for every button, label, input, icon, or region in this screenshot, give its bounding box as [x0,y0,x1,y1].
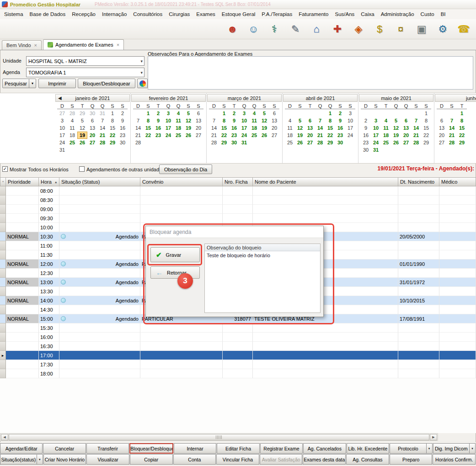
calendar-day[interactable]: 15 [143,124,153,132]
footer-agendar-editar-button[interactable]: Agendar/Editar [0,443,43,454]
calendar-day[interactable]: 26 [391,139,401,146]
calendar-day[interactable]: 9 [153,117,163,124]
unidade-combobox[interactable]: HOSPITAL SQL - MATRIZ ▾ [26,56,144,66]
tab-close-icon[interactable]: × [34,42,37,48]
calendar-day[interactable]: 28 [209,139,219,146]
calendar-day[interactable]: 15 [421,124,431,132]
calendar-day[interactable]: 10 [57,124,67,132]
calendar-day[interactable]: 18 [173,124,183,132]
retornar-button[interactable]: ← Retornar [150,266,200,279]
show-all-checkbox[interactable]: ✓ [2,166,8,172]
calendar-day[interactable]: 25 [67,139,77,146]
calendar-day[interactable]: 26 [77,139,87,146]
calendar-day[interactable]: 17 [57,132,67,139]
relatorio-mapa-icon[interactable]: ◈ [351,22,366,37]
calendar-day[interactable]: 25 [173,132,183,139]
menu-internacao[interactable]: Internação [99,9,130,19]
calendar-day[interactable]: 6 [269,110,279,117]
calendar-day[interactable]: 27 [269,132,279,139]
calendar-day[interactable]: 8 [325,117,335,124]
calendar-day[interactable]: 31 [57,146,67,154]
faturamento-icon[interactable]: $ [372,22,387,37]
medico-icon[interactable]: ⚕ [267,22,282,37]
pesquisar-dropdown-icon[interactable]: ▾ [29,79,36,88]
caixa-icon[interactable]: ¤ [393,22,408,37]
calendar-day[interactable]: 8 [421,117,431,124]
calendar-day[interactable]: 18 [381,132,391,139]
calendar-day[interactable]: 1 [457,110,467,117]
calendar-day[interactable]: 30 [118,139,128,146]
imprimir-button[interactable]: Imprimir [38,79,76,88]
calendar-day[interactable]: 23 [335,132,345,139]
schedule-row-17-30[interactable]: 17:30 [0,360,476,369]
calendar-day[interactable]: 9 [361,124,371,132]
observacoes-textarea[interactable] [148,56,473,90]
calendar-day[interactable]: 18 [249,124,259,132]
calendar-day[interactable]: 19 [77,132,87,139]
calendar-day[interactable]: 7 [209,117,219,124]
calendar-day[interactable]: 3 [371,117,381,124]
calendar-day[interactable]: 23 [118,132,128,139]
calendar-day[interactable]: 24 [345,132,355,139]
calendar-day[interactable]: 19 [295,132,305,139]
calendar-day[interactable]: 9 [118,117,128,124]
calendar-day[interactable]: 17 [371,132,381,139]
calendar-day[interactable]: 13 [269,117,279,124]
calendar-day[interactable]: 4 [67,117,77,124]
col-header-nro-ficha[interactable]: Nro. Ficha [223,177,253,186]
calendar-day[interactable]: 6 [305,117,315,124]
calendar-day[interactable]: 14 [315,124,325,132]
calendar-day[interactable]: 10 [345,117,355,124]
calendar-day[interactable]: 26 [183,132,193,139]
calendar-day[interactable]: 20 [87,132,97,139]
calendar-day[interactable]: 2 [361,117,371,124]
calendar-day[interactable]: 30 [229,139,239,146]
footer-protocolo-button[interactable]: Protocolo▾ [390,443,432,454]
calendar-day[interactable]: 5 [259,110,269,117]
footer-dig-img-dicom-button[interactable]: Dig. Img Dicom▾ [433,443,476,454]
footer-registrar-exame-button[interactable]: Registrar Exame [260,443,303,454]
calendar-day[interactable]: 19 [259,124,269,132]
footer-internar-button[interactable]: Internar [174,443,216,454]
footer-conta-button[interactable]: Conta [173,454,216,465]
calendar-day[interactable]: 14 [97,124,107,132]
calendar-day[interactable]: 18 [67,132,77,139]
calendar-day[interactable]: 21 [133,132,143,139]
calendar-day[interactable]: 23 [229,132,239,139]
bloqueio-obs-textarea[interactable]: Teste de bloqueio de horário [205,251,320,259]
pesquisar-button[interactable]: Pesquisar ▾ [2,79,36,88]
calendar-day[interactable]: 7 [411,117,421,124]
menu-p-a-terapias[interactable]: P.A./Terapias [258,9,295,19]
calendar-day[interactable]: 11 [381,124,391,132]
calendar-day[interactable]: 14 [133,124,143,132]
calendar-day[interactable]: 7 [133,117,143,124]
menu-base-de-dados[interactable]: Base de Dados [27,9,69,19]
calendar-day[interactable]: 28 [447,139,457,146]
col-header-nome-do-paciente[interactable]: Nome do Paciente [253,177,398,186]
calendar-day[interactable]: 16 [153,124,163,132]
calendar-day[interactable]: 11 [67,124,77,132]
calendar-day[interactable]: 20 [437,132,447,139]
calendar-day[interactable]: 2 [118,110,128,117]
calendar-day[interactable]: 22 [143,132,153,139]
pie-chart-button[interactable] [137,79,148,88]
calendar-day[interactable]: 2 [229,110,239,117]
calendar-day[interactable]: 10 [371,124,381,132]
footer-situacao-status-button[interactable]: Situação(status)▾ [0,454,43,465]
footer-transferir-button[interactable]: Transferir [86,443,129,454]
ambulancia-icon[interactable]: ✚ [330,22,345,37]
menu-exames[interactable]: Exames [193,9,219,19]
scroll-left-icon[interactable]: ◀ [1,434,8,440]
calendar-day[interactable]: 18 [285,132,295,139]
calendar-day[interactable]: 20 [305,132,315,139]
calendar-day[interactable]: 12 [259,117,269,124]
calendar-day[interactable]: 3 [345,110,355,117]
footer-cancelar-button[interactable]: Cancelar [43,443,86,454]
scroll-right-icon[interactable]: ▶ [430,434,437,440]
calendar-day[interactable]: 24 [57,139,67,146]
calendar-day[interactable]: 1 [325,110,335,117]
footer-vincular-ficha-button[interactable]: Vincular Ficha [216,454,259,465]
calendar-day[interactable]: 6 [401,117,411,124]
calendar-day[interactable]: 11 [173,117,183,124]
telefone-icon[interactable]: ☎ [456,22,471,37]
